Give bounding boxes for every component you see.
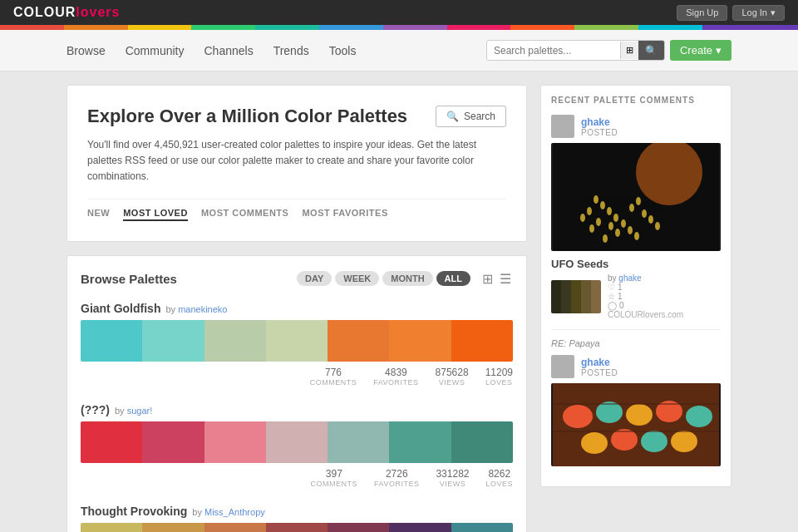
nav-community[interactable]: Community [126, 41, 185, 61]
palette-color [266, 523, 328, 532]
filter-month[interactable]: MONTH [382, 271, 432, 286]
palette-color [81, 421, 142, 463]
stat-comments: 776 COMMENTS [310, 367, 357, 387]
login-button[interactable]: Log In ▾ [732, 5, 785, 21]
username[interactable]: ghake [581, 357, 618, 368]
palette-color [81, 523, 142, 532]
comment-separator [551, 329, 721, 330]
nav-channels[interactable]: Channels [204, 41, 253, 61]
palette-color [451, 320, 513, 362]
palette-color [266, 421, 328, 463]
search-box: ⊞ 🔍 [486, 40, 665, 61]
signup-button[interactable]: Sign Up [677, 5, 727, 21]
tab-most-loved[interactable]: MOST LOVED [123, 208, 188, 221]
palette-ref-site: COLOURlovers.com [608, 310, 683, 319]
filter-week[interactable]: WEEK [335, 271, 379, 286]
svg-point-18 [648, 215, 653, 224]
svg-point-6 [621, 219, 626, 228]
filter-all[interactable]: ALL [436, 271, 470, 286]
search-go-button[interactable]: 🔍 [638, 41, 664, 60]
palette-ref-name[interactable]: UFO Seeds [551, 258, 721, 270]
svg-point-3 [600, 201, 605, 209]
comment-user: ghake POSTED [551, 115, 721, 138]
stat-views: 331282 VIEWS [436, 468, 469, 488]
tab-most-favorites[interactable]: MOST FAVORITES [302, 208, 387, 221]
palette-stats: 397 COMMENTS 2726 FAVORITES 331282 VIEWS… [81, 468, 513, 488]
comment-image[interactable] [551, 143, 721, 251]
chevron-down-icon: ▾ [716, 44, 722, 57]
svg-point-12 [608, 222, 613, 230]
nav-trends[interactable]: Trends [273, 41, 309, 61]
svg-point-14 [596, 218, 601, 226]
recent-comments-title: RECENT PALETTE COMMENTS [551, 96, 721, 105]
nav-tools[interactable]: Tools [329, 41, 357, 61]
user-action: POSTED [581, 128, 618, 137]
tabs: NEW MOST LOVED MOST COMMENTS MOST FAVORI… [87, 199, 506, 221]
svg-point-5 [613, 214, 618, 222]
browse-filters: DAY WEEK MONTH ALL ⊞ ☰ [297, 269, 513, 288]
stat-views: 875628 VIEWS [436, 367, 469, 387]
stat-loves: 11209 LOVES [485, 367, 513, 387]
palette-color [204, 421, 266, 463]
nav-links: Browse Community Channels Trends Tools [66, 41, 356, 61]
palette-ref-loves: ♡ 1 [608, 283, 683, 292]
palette-meta: (???) by sugar! [81, 403, 513, 416]
palette-ref-stars: ☆ 1 [608, 292, 683, 301]
palette-color [451, 421, 513, 463]
svg-point-9 [580, 214, 585, 222]
username[interactable]: ghake [581, 116, 618, 128]
palette-colors [81, 523, 513, 532]
palette-stats: 776 COMMENTS 4839 FAVORITES 875628 VIEWS… [81, 367, 513, 387]
palette-color [451, 523, 513, 532]
palette-name[interactable]: Thought Provoking [81, 505, 187, 518]
user-info: ghake POSTED [581, 357, 618, 377]
comment-lantern-image[interactable] [551, 383, 721, 466]
explore-box: 🔍 Search Explore Over a Million Color Pa… [66, 85, 527, 242]
palette-item: Thought Provoking by Miss_Anthropy 382 C… [81, 505, 513, 532]
palette-color [266, 320, 328, 362]
grid-view-icon[interactable]: ⊞ [480, 269, 495, 288]
palette-name[interactable]: Giant Goldfish [81, 302, 160, 315]
palette-ref-img [551, 280, 601, 313]
palette-item: Giant Goldfish by manekineko 776 COMMENT… [81, 302, 513, 387]
palette-item: (???) by sugar! 397 COMMENTS [81, 403, 513, 488]
logo: COLOURlovers [13, 5, 120, 20]
view-icons: ⊞ ☰ [480, 269, 513, 288]
palette-name[interactable]: (???) [81, 403, 110, 416]
stat-loves: 8262 LOVES [485, 468, 513, 488]
svg-point-17 [642, 209, 647, 218]
tab-most-comments[interactable]: MOST COMMENTS [201, 208, 289, 221]
ufo-seeds-image [551, 143, 721, 251]
palette-color [142, 421, 204, 463]
create-button[interactable]: Create ▾ [670, 40, 732, 61]
sidebar: RECENT PALETTE COMMENTS ghake POSTED [540, 85, 732, 532]
palette-color [81, 320, 142, 362]
tab-new[interactable]: NEW [87, 208, 110, 221]
palette-color [204, 320, 266, 362]
comment-item: ghake POSTED [551, 115, 721, 319]
search-grid-icon[interactable]: ⊞ [620, 42, 638, 59]
re-label: RE: Papaya [551, 338, 721, 348]
palette-ref: UFO Seeds by ghake [551, 258, 721, 319]
svg-point-27 [686, 406, 712, 427]
search-input[interactable] [487, 42, 620, 60]
nav-browse[interactable]: Browse [66, 41, 106, 61]
palette-color [389, 523, 451, 532]
search-icon: 🔍 [446, 111, 459, 122]
palette-ref-comments: ◯ 0 [608, 301, 683, 310]
user-action: POSTED [581, 368, 618, 377]
explore-description: You'll find over 4,450,921 user-created … [87, 137, 506, 185]
comment-user: ghake POSTED [551, 355, 721, 378]
search-palette-button[interactable]: 🔍 Search [436, 106, 506, 127]
chevron-down-icon: ▾ [771, 7, 776, 18]
palette-color [328, 421, 389, 463]
list-view-icon[interactable]: ☰ [498, 269, 513, 288]
palette-color [142, 320, 204, 362]
lantern-svg [551, 383, 721, 466]
palette-color [389, 320, 451, 362]
user-info: ghake POSTED [581, 116, 618, 137]
filter-day[interactable]: DAY [297, 271, 332, 286]
palette-color [328, 523, 389, 532]
svg-point-28 [581, 432, 608, 454]
avatar [551, 355, 574, 378]
